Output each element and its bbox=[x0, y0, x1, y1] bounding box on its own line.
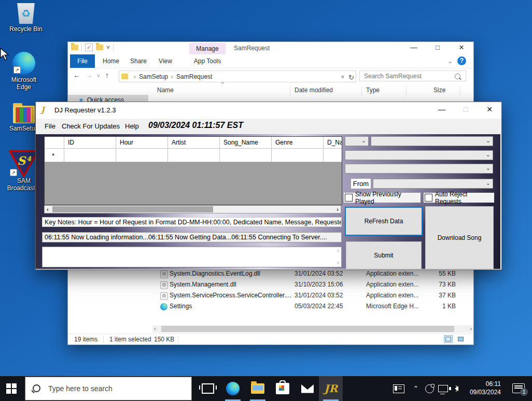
column-header-date-modified[interactable]: Date modified bbox=[295, 87, 333, 94]
close-button[interactable]: ✕ bbox=[478, 102, 501, 118]
address-bar[interactable]: › SamSetup › SamRequest ˅ ↻ bbox=[119, 70, 356, 82]
start-button[interactable] bbox=[6, 383, 17, 394]
scrollbar-thumb[interactable] bbox=[52, 206, 213, 212]
file-row[interactable]: ⚙ System.ServiceProcess.ServiceControlle… bbox=[68, 290, 473, 301]
breadcrumb-samsetup[interactable]: SamSetup bbox=[139, 73, 168, 80]
minimize-button[interactable]: — bbox=[402, 42, 426, 54]
notification-center-button[interactable]: 1 bbox=[512, 383, 525, 393]
grid-cell[interactable] bbox=[220, 149, 272, 162]
news-widget-button[interactable] bbox=[391, 376, 407, 401]
requests-grid[interactable]: ID Hour Artist Song_Name Genre D_Na * bbox=[44, 136, 342, 205]
scroll-down-icon[interactable]: ˅ bbox=[337, 260, 340, 266]
grid-cell[interactable] bbox=[64, 149, 116, 162]
combo-2[interactable]: ⌄ bbox=[345, 150, 493, 160]
new-folder-icon[interactable] bbox=[96, 45, 103, 50]
back-icon[interactable]: ← bbox=[73, 71, 80, 79]
address-dropdown-icon[interactable]: ˅ bbox=[341, 74, 344, 81]
breadcrumb-samrequest[interactable]: SamRequest bbox=[176, 73, 212, 80]
grid-col-genre[interactable]: Genre bbox=[272, 137, 324, 149]
folder-icon[interactable] bbox=[71, 45, 78, 50]
desktop-icon-recycle-bin[interactable]: ♻ Recycle Bin bbox=[2, 3, 50, 33]
checkbox-label: Auto Reject Requests bbox=[435, 191, 494, 205]
scroll-left-icon[interactable]: ‹ bbox=[154, 326, 156, 332]
dj-app-icon: J bbox=[41, 105, 50, 114]
tab-home[interactable]: Home bbox=[99, 54, 123, 68]
manage-ribbon-tab[interactable]: Manage bbox=[189, 43, 226, 54]
grid-horizontal-scrollbar[interactable]: ‹ › bbox=[44, 205, 341, 213]
scroll-right-icon[interactable]: › bbox=[337, 206, 339, 213]
tab-view[interactable]: View bbox=[154, 54, 177, 68]
scrollbar-thumb[interactable] bbox=[161, 326, 454, 332]
scroll-up-icon[interactable]: ˄ bbox=[337, 248, 340, 254]
forward-icon[interactable]: → bbox=[86, 71, 93, 79]
minimize-button[interactable]: — bbox=[430, 102, 454, 118]
tab-app-tools[interactable]: App Tools bbox=[189, 54, 226, 68]
download-song-button[interactable]: Download Song bbox=[425, 206, 494, 269]
menu-file[interactable]: File bbox=[45, 122, 55, 130]
submit-button[interactable]: Submit bbox=[346, 241, 422, 269]
large-icons-view-button[interactable] bbox=[456, 335, 465, 343]
scroll-right-icon[interactable]: › bbox=[470, 326, 472, 332]
grid-cell[interactable] bbox=[272, 149, 324, 162]
checkbox-icon[interactable] bbox=[345, 194, 353, 202]
qat-customize-icon[interactable]: ˅ bbox=[106, 44, 110, 51]
grid-col-artist[interactable]: Artist bbox=[168, 137, 220, 149]
close-button[interactable]: ✕ bbox=[450, 42, 473, 54]
refresh-data-button[interactable]: ReFresh Data bbox=[345, 207, 423, 236]
refresh-icon[interactable]: ↻ bbox=[348, 74, 354, 81]
grid-col-hour[interactable]: Hour bbox=[116, 137, 168, 149]
sort-ascending-icon[interactable]: ^ bbox=[221, 81, 224, 87]
task-view-button[interactable] bbox=[196, 376, 220, 401]
taskbar-explorer-button[interactable] bbox=[246, 376, 270, 401]
explorer-titlebar[interactable]: ✓ ˅ Manage SamRequest — □ ✕ bbox=[68, 42, 473, 54]
up-icon[interactable]: ↑ bbox=[105, 71, 109, 79]
menu-check-for-updates[interactable]: Check For Updates bbox=[62, 122, 120, 130]
taskbar-dj-requester-button[interactable]: JR bbox=[319, 376, 343, 401]
checkbox-icon[interactable] bbox=[425, 194, 432, 202]
network-button[interactable] bbox=[437, 376, 449, 401]
taskbar-edge-button[interactable] bbox=[221, 376, 245, 401]
auto-reject-requests-checkbox[interactable]: Auto Reject Requests bbox=[424, 193, 494, 203]
dj-titlebar[interactable]: J DJ Requester v1.2.3 — □ ✕ bbox=[36, 102, 501, 119]
horizontal-scrollbar[interactable]: ‹ › bbox=[152, 325, 473, 333]
taskbar-search-input[interactable]: Type here to search bbox=[25, 377, 192, 400]
combo-1[interactable]: ⌄ bbox=[371, 136, 493, 146]
from-combo[interactable]: ⌄ bbox=[373, 179, 493, 189]
tab-share[interactable]: Share bbox=[126, 54, 151, 68]
grid-cell[interactable] bbox=[168, 149, 220, 162]
file-row[interactable]: ⚙ System.Management.dll 31/10/2023 15:06… bbox=[68, 279, 473, 290]
show-hidden-icons-button[interactable]: ⌃ bbox=[410, 376, 422, 401]
grid-cell[interactable] bbox=[324, 149, 342, 162]
help-icon[interactable]: ? bbox=[457, 56, 466, 65]
file-date: 31/01/2024 03:52 bbox=[295, 292, 343, 299]
folder-icon bbox=[121, 74, 128, 79]
file-row[interactable]: ⚙ System.Diagnostics.EventLog.dll 31/01/… bbox=[68, 268, 473, 279]
properties-check-icon[interactable]: ✓ bbox=[85, 44, 93, 51]
small-combo[interactable]: ⌄ bbox=[345, 136, 369, 146]
column-header-size[interactable]: Size bbox=[433, 87, 445, 94]
dj-clock: 09/03/2024 01:11:57 EST bbox=[148, 121, 243, 130]
details-view-button[interactable] bbox=[444, 335, 453, 343]
combo-3[interactable]: ⌄ bbox=[345, 164, 493, 174]
file-row-selected[interactable]: Settings 05/03/2024 22:45 Microsoft Edge… bbox=[68, 301, 473, 312]
taskbar-store-button[interactable] bbox=[271, 376, 295, 401]
search-input[interactable]: Search SamRequest bbox=[359, 70, 466, 81]
message-textbox[interactable]: ˄ ˅ bbox=[42, 247, 342, 267]
ribbon-collapse-icon[interactable]: ⌄ bbox=[447, 58, 453, 65]
column-header-type[interactable]: Type bbox=[366, 87, 380, 94]
column-header-name[interactable]: Name bbox=[157, 87, 174, 94]
meet-now-button[interactable] bbox=[423, 376, 436, 401]
grid-col-song-name[interactable]: Song_Name bbox=[220, 137, 272, 149]
grid-cell[interactable] bbox=[116, 149, 168, 162]
grid-col-dname[interactable]: D_Na bbox=[324, 137, 342, 149]
scroll-left-icon[interactable]: ‹ bbox=[47, 206, 49, 213]
recent-locations-icon[interactable]: ˅ bbox=[97, 73, 100, 79]
menu-help[interactable]: Help bbox=[125, 122, 139, 130]
file-date: 31/10/2023 15:06 bbox=[295, 281, 343, 288]
maximize-button[interactable]: □ bbox=[426, 42, 450, 54]
grid-col-id[interactable]: ID bbox=[64, 137, 116, 149]
show-previously-played-checkbox[interactable]: Show Previously Played bbox=[344, 193, 421, 203]
taskbar-mail-button[interactable] bbox=[296, 376, 319, 401]
tab-file[interactable]: File bbox=[70, 54, 95, 68]
taskbar-clock[interactable]: 06:11 09/03/2024 bbox=[459, 380, 501, 396]
